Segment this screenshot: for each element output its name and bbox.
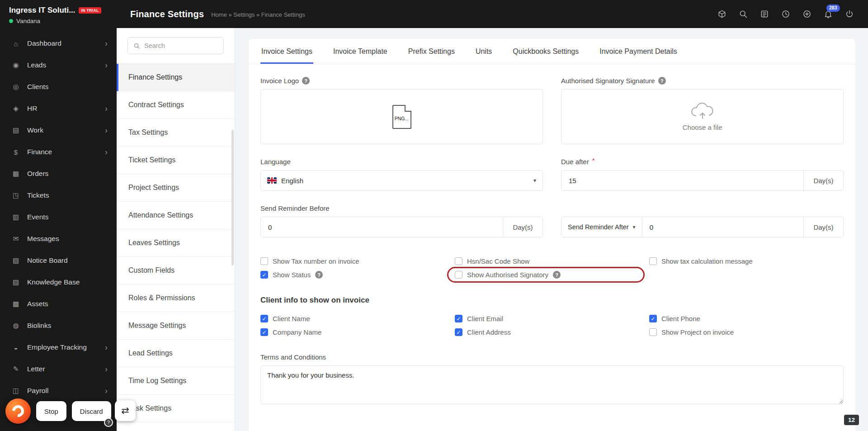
search-button[interactable] <box>737 8 749 20</box>
checkbox-icon[interactable] <box>455 271 462 279</box>
sidebar-item-tickets[interactable]: ◳Tickets <box>0 185 117 206</box>
checkbox-icon[interactable] <box>260 328 268 336</box>
gift-icon <box>717 9 726 19</box>
sidebar-item-letter[interactable]: ✎Letter› <box>0 358 117 380</box>
option-company-name[interactable]: Company Name <box>260 328 455 336</box>
sidebar-item-biolinks[interactable]: ◍Biolinks <box>0 315 117 336</box>
tabs-bar: Invoice Settings Invoice Template Prefix… <box>249 39 855 64</box>
settings-nav-item-attendance-settings[interactable]: Attendance Settings <box>117 202 235 229</box>
sidebar-item-notice-board[interactable]: ▧Notice Board <box>0 250 117 271</box>
checkbox-icon[interactable] <box>260 271 268 279</box>
letter-icon: ✎ <box>11 365 21 373</box>
option-client-address[interactable]: Client Address <box>455 328 649 336</box>
help-icon[interactable]: ? <box>315 271 323 279</box>
settings-nav-item-leaves-settings[interactable]: Leaves Settings <box>117 229 235 257</box>
settings-nav-item-message-settings[interactable]: Message Settings <box>117 312 235 340</box>
notification-count-badge: 283 <box>826 5 840 12</box>
sidebar-item-leads[interactable]: ◉Leads› <box>0 54 117 76</box>
option-show-tax-calculation-message[interactable]: Show tax calculation message <box>649 257 844 265</box>
settings-nav-item-finance-settings[interactable]: Finance Settings <box>117 64 235 91</box>
notice-board-icon: ▧ <box>11 256 21 265</box>
invoice-logo-upload[interactable]: PNG... <box>260 89 543 144</box>
chevron-right-icon: › <box>105 387 108 395</box>
reminder-before-input[interactable] <box>261 217 503 237</box>
tab-invoice-template[interactable]: Invoice Template <box>332 39 388 64</box>
settings-search-input[interactable] <box>144 42 218 49</box>
sidebar-item-knowledge-base[interactable]: ▨Knowledge Base <box>0 271 117 293</box>
notifications-button[interactable]: 283 <box>822 8 834 20</box>
checkbox-icon[interactable] <box>260 315 268 322</box>
main-sidebar: Ingress IT Soluti... IN TRIAL Vandana ⌂D… <box>0 0 117 431</box>
chevron-right-icon: › <box>105 39 108 47</box>
sidebar-item-assets[interactable]: ▩Assets <box>0 293 117 315</box>
option-client-name[interactable]: Client Name <box>260 315 455 322</box>
settings-nav-item-ticket-settings[interactable]: Ticket Settings <box>117 147 235 174</box>
sidebar-item-clients[interactable]: ◎Clients <box>0 76 117 98</box>
due-after-input[interactable] <box>561 171 803 190</box>
settings-nav-scrollbar[interactable] <box>231 130 234 265</box>
recorder-logo[interactable] <box>5 398 31 424</box>
option-client-phone[interactable]: Client Phone <box>649 315 844 322</box>
power-icon <box>845 9 854 19</box>
sidebar-item-hr[interactable]: ◈HR› <box>0 98 117 119</box>
checkbox-icon[interactable] <box>455 315 462 322</box>
help-bubble[interactable]: ? <box>104 418 113 427</box>
tab-units[interactable]: Units <box>475 39 493 64</box>
send-reminder-after-dropdown[interactable]: Send Reminder After▾ <box>561 217 642 237</box>
option-show-status[interactable]: Show Status? <box>260 271 455 279</box>
sidebar-item-employee-tracking[interactable]: ◒Employee Tracking› <box>0 336 117 358</box>
tab-invoice-settings[interactable]: Invoice Settings <box>260 39 313 64</box>
settings-nav-item-time-log-settings[interactable]: Time Log Settings <box>117 367 235 395</box>
chevron-right-icon: › <box>105 61 108 69</box>
settings-page: Invoice Settings Invoice Template Prefix… <box>235 28 868 431</box>
settings-nav-item-roles-permissions[interactable]: Roles & Permissions <box>117 284 235 312</box>
settings-nav-item-tax-settings[interactable]: Tax Settings <box>117 119 235 147</box>
discard-button[interactable]: Discard <box>72 401 111 421</box>
sidebar-item-events[interactable]: ▥Events <box>0 206 117 228</box>
sidebar-item-finance[interactable]: $Finance› <box>0 141 117 163</box>
settings-search-box[interactable] <box>127 37 224 54</box>
help-icon[interactable]: ? <box>658 77 666 85</box>
terms-textarea[interactable]: Thank you for your business. <box>260 365 844 404</box>
option-show-authorised-signatory[interactable]: Show Authorised Signatory? <box>455 271 561 279</box>
events-icon: ▥ <box>11 213 21 221</box>
org-name: Ingress IT Soluti... <box>9 6 75 15</box>
checkbox-icon[interactable] <box>260 257 268 265</box>
logout-button[interactable] <box>844 8 855 20</box>
required-asterisk: * <box>592 156 595 164</box>
tab-prefix-settings[interactable]: Prefix Settings <box>407 39 456 64</box>
swap-camera-button[interactable]: ⇄ <box>115 400 136 421</box>
help-icon[interactable]: ? <box>302 77 310 85</box>
add-button[interactable] <box>801 8 813 20</box>
settings-nav-item-project-settings[interactable]: Project Settings <box>117 174 235 202</box>
option-show-tax-number[interactable]: Show Tax number on invoice <box>260 257 455 265</box>
checkbox-icon[interactable] <box>455 257 462 265</box>
uk-flag-icon <box>267 177 277 184</box>
sidebar-item-messages[interactable]: ✉Messages <box>0 228 117 250</box>
checkbox-icon[interactable] <box>455 328 462 336</box>
signature-upload[interactable]: Choose a file <box>561 89 844 144</box>
option-client-email[interactable]: Client Email <box>455 315 649 322</box>
notes-button[interactable] <box>759 8 770 20</box>
stop-button[interactable]: Stop <box>36 401 66 421</box>
settings-nav-item-custom-fields[interactable]: Custom Fields <box>117 257 235 284</box>
option-hsn-sac-code-show[interactable]: Hsn/Sac Code Show <box>455 257 649 265</box>
checkbox-icon[interactable] <box>649 257 657 265</box>
option-show-project-on-invoice[interactable]: Show Project on invoice <box>649 328 844 336</box>
checkbox-icon[interactable] <box>649 328 657 336</box>
settings-nav-item-contract-settings[interactable]: Contract Settings <box>117 91 235 119</box>
settings-nav-item-lead-settings[interactable]: Lead Settings <box>117 340 235 367</box>
language-select[interactable]: English ▾ <box>260 170 543 191</box>
gift-button[interactable] <box>716 8 728 20</box>
sidebar-item-work[interactable]: ▤Work› <box>0 119 117 141</box>
sidebar-item-dashboard[interactable]: ⌂Dashboard› <box>0 33 117 54</box>
checkbox-icon[interactable] <box>649 315 657 322</box>
sidebar-item-orders[interactable]: ▦Orders <box>0 163 117 185</box>
reminder-after-input[interactable] <box>642 217 803 237</box>
help-icon[interactable]: ? <box>553 271 561 279</box>
history-button[interactable] <box>780 8 792 20</box>
tab-invoice-payment-details[interactable]: Invoice Payment Details <box>599 39 678 64</box>
tab-quickbooks-settings[interactable]: Quickbooks Settings <box>512 39 580 64</box>
search-icon <box>133 43 140 49</box>
tickets-icon: ◳ <box>11 191 21 199</box>
